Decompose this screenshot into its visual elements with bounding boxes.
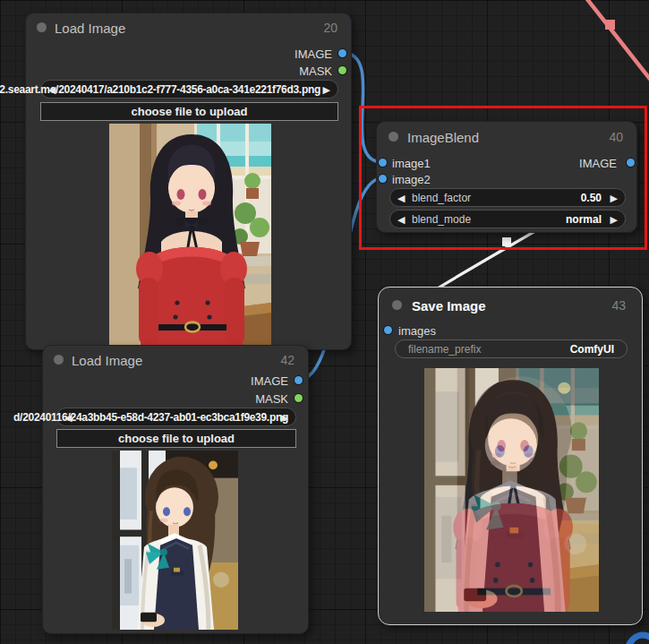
input-label-image2: image2 [392,173,431,186]
output-label-mask: MASK [255,392,288,406]
blend-factor-widget[interactable]: ◀ blend_factor 0.50 ▶ [389,188,626,207]
widget-value: ComfyUI [570,343,614,356]
node-load-image-42[interactable]: Load Image 42 IMAGE MASK d/20240116/24a3… [42,345,309,634]
node-title: ImageBlend [407,130,479,145]
prev-option-arrow-icon[interactable]: ◀ [397,213,405,226]
widget-label: blend_factor [412,192,471,204]
collapse-dot-icon[interactable] [54,355,64,365]
output-port-image[interactable] [338,49,346,57]
decrement-arrow-icon[interactable]: ◀ [397,192,405,204]
filename-prefix-widget[interactable]: filename_prefix ComfyUI [395,339,628,358]
node-load-image-20[interactable]: Load Image 20 IMAGE MASK 2.seaart.me/202… [25,13,352,350]
link-blue-corner [628,635,649,644]
input-port-image1[interactable] [379,159,387,167]
output-port-image[interactable] [295,376,303,384]
output-label-mask: MASK [299,64,332,78]
load-image-20-preview [109,124,271,346]
widget-label: blend_mode [412,213,471,226]
node-header[interactable]: Load Image 20 [26,13,351,42]
output-label-image: IMAGE [251,374,288,388]
output-port-mask[interactable] [295,394,303,402]
link-midpoint-dot [502,237,511,246]
widget-value: normal [566,213,602,226]
widget-value: 0.50 [581,192,602,204]
save-image-43-preview [424,368,599,612]
link-pink-dot [605,20,615,30]
output-port-mask[interactable] [338,66,346,74]
node-header[interactable]: Load Image 42 [43,346,308,374]
next-value-arrow-icon[interactable]: ▶ [323,83,330,96]
node-title: Load Image [72,353,142,368]
choose-file-button[interactable]: choose file to upload [56,429,296,448]
increment-arrow-icon[interactable]: ▶ [611,192,618,204]
collapse-dot-icon[interactable] [37,22,47,32]
node-header[interactable]: ImageBlend 40 [377,122,636,150]
node-id-badge: 42 [280,353,295,367]
prev-value-arrow-icon[interactable]: ◀ [48,83,56,96]
image-file-widget[interactable]: d/20240116/24a3bb45-e58d-4237-ab01-ec3bc… [56,408,296,426]
node-image-blend-40[interactable]: ImageBlend 40 image1 image2 IMAGE ◀ blen… [376,121,637,233]
prev-value-arrow-icon[interactable]: ◀ [64,411,72,424]
load-image-42-preview [112,451,238,630]
node-id-badge: 43 [611,298,626,313]
output-label-image: IMAGE [579,157,617,170]
collapse-dot-icon[interactable] [392,300,402,310]
node-header[interactable]: Save Image 43 [379,288,642,316]
input-port-images[interactable] [384,326,392,334]
node-save-image-43[interactable]: Save Image 43 images filename_prefix Com… [378,287,643,625]
input-port-image2[interactable] [379,175,387,183]
image-file-path: d/20240116/24a3bb45-e58d-4237-ab01-ec3bc… [13,411,288,424]
input-label-images: images [398,324,436,338]
input-label-image1: image1 [392,157,431,170]
node-title: Load Image [55,21,125,36]
output-label-image: IMAGE [295,47,332,61]
choose-file-button[interactable]: choose file to upload [40,102,338,121]
node-id-badge: 40 [609,130,623,144]
image-file-widget[interactable]: 2.seaart.me/20240417/a210b1c2-f777-4356-… [40,80,338,99]
node-id-badge: 20 [323,21,337,35]
blend-mode-widget[interactable]: ◀ blend_mode normal ▶ [389,210,626,228]
next-option-arrow-icon[interactable]: ▶ [611,213,618,226]
collapse-dot-icon[interactable] [389,132,398,142]
output-port-image[interactable] [627,159,635,167]
next-value-arrow-icon[interactable]: ▶ [281,411,288,424]
node-title: Save Image [412,298,486,313]
link-pink-offscreen [584,0,649,82]
widget-label: filename_prefix [408,343,481,356]
